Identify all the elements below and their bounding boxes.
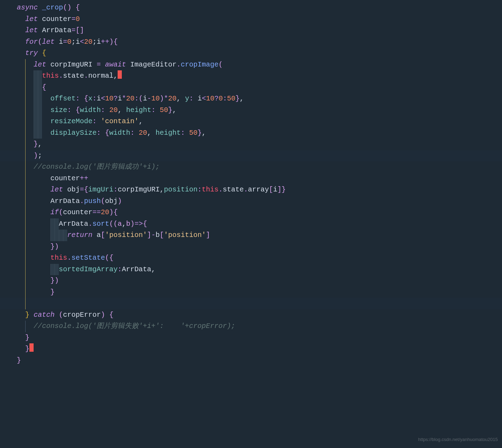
code-line: return a['position']-b['position'] <box>0 230 502 241</box>
code-line: for(let i=0;i<20;i++){ <box>0 36 502 48</box>
watermark: https://blog.csdn.net/yanhuomatou2015 <box>418 434 498 446</box>
code-line: } catch (cropError) { <box>0 309 502 321</box>
code-line: { <box>0 82 502 93</box>
code-line: }) <box>0 275 502 287</box>
function-name: _crop <box>42 2 63 14</box>
code-line: //console.log('图片剪辑成功'+i); <box>0 161 502 173</box>
code-line: counter++ <box>0 173 502 184</box>
code-line: }, <box>0 139 502 150</box>
code-editor[interactable]: async _crop() { let counter=0 let ArrDat… <box>0 0 502 366</box>
code-line: size: {width: 20, height: 50}, <box>0 105 502 116</box>
code-line: let counter=0 <box>0 14 502 25</box>
code-line: let corpImgURI = await ImageEditor.cropI… <box>0 59 502 71</box>
code-line: resizeMode: 'contain', <box>0 116 502 127</box>
code-line: displaySize: {width: 20, height: 50}, <box>0 127 502 139</box>
code-line: let obj={imgUri:corpImgURI,position:this… <box>0 184 502 196</box>
code-line: } <box>0 343 502 355</box>
cursor-block <box>118 70 122 79</box>
code-line: sortedImgArray:ArrData, <box>0 264 502 275</box>
code-line: try { <box>0 48 502 59</box>
code-line <box>0 298 502 309</box>
code-line: }) <box>0 241 502 253</box>
code-line: offset: {x:i<10?i*20:(i-10)*20, y: i<10?… <box>0 93 502 105</box>
keyword-async: async <box>17 2 38 14</box>
code-line: this.state.normal, <box>0 70 502 82</box>
code-line: ); <box>0 150 502 162</box>
brace: { <box>71 2 80 14</box>
code-line: let ArrData=[] <box>0 25 502 36</box>
code-line: async _crop() { <box>0 2 502 14</box>
code-line: } <box>0 355 502 366</box>
code-line: this.setState({ <box>0 252 502 264</box>
code-line: } <box>0 287 502 298</box>
code-line: ArrData.sort((a,b)=>{ <box>0 218 502 230</box>
code-line: //console.log('图片剪辑失败'+i+': '+cropError)… <box>0 321 502 332</box>
cursor-block <box>29 343 34 352</box>
parens: () <box>63 2 71 14</box>
code-line: ArrData.push(obj) <box>0 196 502 207</box>
code-line: if(counter==20){ <box>0 207 502 218</box>
code-line: } <box>0 332 502 344</box>
